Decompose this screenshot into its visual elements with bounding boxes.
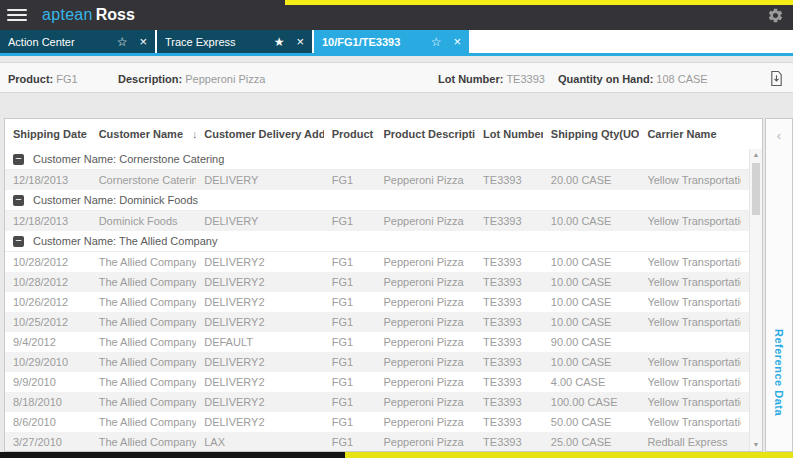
collapse-group-icon[interactable]: − [13, 154, 24, 165]
info-field-value: FG1 [56, 73, 77, 85]
column-header-customer-delivery-addres[interactable]: Customer Delivery Addres... [196, 128, 323, 140]
table-cell: Cornerstone Catering [91, 174, 197, 186]
table-cell: TE3393 [475, 396, 543, 408]
info-field-product: Product:FG1 [8, 73, 78, 85]
info-field-lot-number: Lot Number:TE3393 [438, 73, 545, 85]
scrollbar-thumb[interactable] [752, 163, 760, 215]
table-cell: LAX [196, 436, 323, 448]
table-cell: DELIVERY2 [196, 376, 323, 388]
column-header-shipping-date[interactable]: Shipping Date↓ [5, 128, 91, 140]
table-row[interactable]: 8/6/2010The Allied CompanyDELIVERY2FG1Pe… [5, 412, 749, 432]
highlight-strip-top [285, 0, 793, 5]
column-header-ca[interactable]: Ca [741, 128, 749, 140]
tab-close-icon[interactable]: × [139, 35, 147, 48]
group-row-label: Customer Name: Dominick Foods [33, 194, 198, 206]
tab-10-fg1-te3393[interactable]: 10/FG1/TE3393☆× [314, 30, 469, 53]
table-cell: TE3393 [475, 336, 543, 348]
table-cell: TE3393 [475, 436, 543, 448]
column-header-carrier-name[interactable]: Carrier Name [639, 128, 741, 140]
table-header-row: Shipping Date↓Customer Name↓Customer Del… [5, 119, 762, 150]
table-body: −Customer Name: Cornerstone Catering12/1… [5, 149, 749, 451]
table-group-row: −Customer Name: The Allied Company [5, 231, 749, 252]
table-row[interactable]: 10/25/2012The Allied CompanyDELIVERY2FG1… [5, 312, 749, 332]
bottom-dark-strip [0, 452, 345, 458]
table-cell: DELIVERY2 [196, 256, 323, 268]
table-cell: FG1 [324, 215, 376, 227]
table-cell: 10/26/2012 [5, 296, 91, 308]
reference-data-panel[interactable]: ‹ Reference Data [765, 118, 793, 452]
column-header-label: Lot Number [483, 128, 543, 140]
table-cell: The Allied Company [91, 396, 197, 408]
tab-label: 10/FG1/TE3393 [322, 36, 425, 48]
table-cell: 10.00 CASE [543, 215, 640, 227]
table-row[interactable]: 12/18/2013Dominick FoodsDELIVERYFG1Peppe… [5, 211, 749, 231]
table-row[interactable]: 10/28/2012The Allied CompanyDELIVERY2FG1… [5, 272, 749, 292]
column-header-product[interactable]: Product [324, 128, 376, 140]
table-cell: Yellow Transportation [639, 356, 741, 368]
table-group-row: −Customer Name: Cornerstone Catering [5, 149, 749, 170]
settings-gear-icon[interactable] [767, 7, 784, 24]
column-header-label: Customer Delivery Addres... [204, 128, 323, 140]
vertical-scrollbar[interactable]: ▲ ▼ [749, 149, 762, 451]
table-cell: Yellow Transportation [639, 376, 741, 388]
panel-collapse-chevron-icon[interactable]: ‹ [766, 128, 792, 143]
tab-close-icon[interactable]: × [296, 35, 304, 48]
column-header-product-description[interactable]: Product Description [375, 128, 475, 140]
table-cell: 10/28/2012 [5, 276, 91, 288]
table-cell: DEFAULT [196, 336, 323, 348]
tab-trace-express[interactable]: Trace Express★× [157, 30, 312, 53]
table-cell: Yellow Transportation [639, 416, 741, 428]
info-field-label: Description: [118, 73, 182, 85]
table-cell: Yellow Transportation [639, 256, 741, 268]
table-row[interactable]: 9/4/2012The Allied CompanyDEFAULTFG1Pepp… [5, 332, 749, 352]
table-cell: Pepperoni Pizza [375, 416, 475, 428]
column-header-lot-number[interactable]: Lot Number [475, 128, 543, 140]
table-cell: 10/25/2012 [5, 316, 91, 328]
table-cell: The Allied Company [91, 356, 197, 368]
table-cell: 20.00 CASE [543, 174, 640, 186]
table-cell: 4.00 CASE [543, 376, 640, 388]
table-row[interactable]: 10/26/2012The Allied CompanyDELIVERY2FG1… [5, 292, 749, 312]
reference-data-label[interactable]: Reference Data [773, 329, 785, 416]
table-row[interactable]: 10/29/2010The Allied CompanyDELIVERY2FG1… [5, 352, 749, 372]
table-cell: FG1 [324, 256, 376, 268]
info-field-description: Description:Pepperoni Pizza [118, 73, 265, 85]
table-cell: FG1 [324, 396, 376, 408]
table-row[interactable]: 12/18/2013Cornerstone CateringDELIVERYFG… [5, 170, 749, 190]
favorite-star-icon[interactable]: ☆ [117, 36, 128, 48]
tab-close-icon[interactable]: × [453, 35, 461, 48]
table-row[interactable]: 3/27/2010The Allied CompanyLAXFG1Peppero… [5, 432, 749, 451]
scroll-up-icon[interactable]: ▲ [750, 149, 762, 161]
table-row[interactable]: 9/9/2010The Allied CompanyDELIVERY2FG1Pe… [5, 372, 749, 392]
table-cell: DELIVERY2 [196, 416, 323, 428]
table-cell: Yellow Transportation [639, 174, 741, 186]
table-cell: FG1 [324, 276, 376, 288]
export-document-icon[interactable] [769, 70, 784, 87]
table-cell: DELIVERY2 [196, 276, 323, 288]
table-cell: The Allied Company [91, 416, 197, 428]
favorite-star-icon[interactable]: ★ [274, 36, 285, 48]
table-row[interactable]: 8/18/2010The Allied CompanyDELIVERY2FG1P… [5, 392, 749, 412]
favorite-star-icon[interactable]: ☆ [431, 36, 442, 48]
table-cell: Pepperoni Pizza [375, 396, 475, 408]
scroll-down-icon[interactable]: ▼ [750, 439, 762, 451]
table-cell: 10/28/2012 [5, 256, 91, 268]
tab-action-center[interactable]: Action Center☆× [0, 30, 155, 53]
column-header-shipping-qty-uom[interactable]: Shipping Qty(UOM) [543, 128, 640, 140]
menu-icon[interactable] [7, 6, 27, 24]
table-cell: The Allied Company [91, 296, 197, 308]
table-cell: DELIVERY2 [196, 296, 323, 308]
table-cell: TE3393 [475, 215, 543, 227]
collapse-group-icon[interactable]: − [13, 236, 24, 247]
table-row[interactable]: 10/28/2012The Allied CompanyDELIVERY2FG1… [5, 252, 749, 272]
table-cell: 8/6/2010 [5, 416, 91, 428]
table-cell: TE3393 [475, 416, 543, 428]
table-cell: The Allied Company [91, 256, 197, 268]
column-header-customer-name[interactable]: Customer Name↓ [91, 128, 197, 140]
group-row-label: Customer Name: The Allied Company [33, 235, 217, 247]
table-cell: 10/29/2010 [5, 356, 91, 368]
collapse-group-icon[interactable]: − [13, 195, 24, 206]
table-cell: FG1 [324, 436, 376, 448]
table-cell: DELIVERY2 [196, 356, 323, 368]
table-cell: Pepperoni Pizza [375, 336, 475, 348]
